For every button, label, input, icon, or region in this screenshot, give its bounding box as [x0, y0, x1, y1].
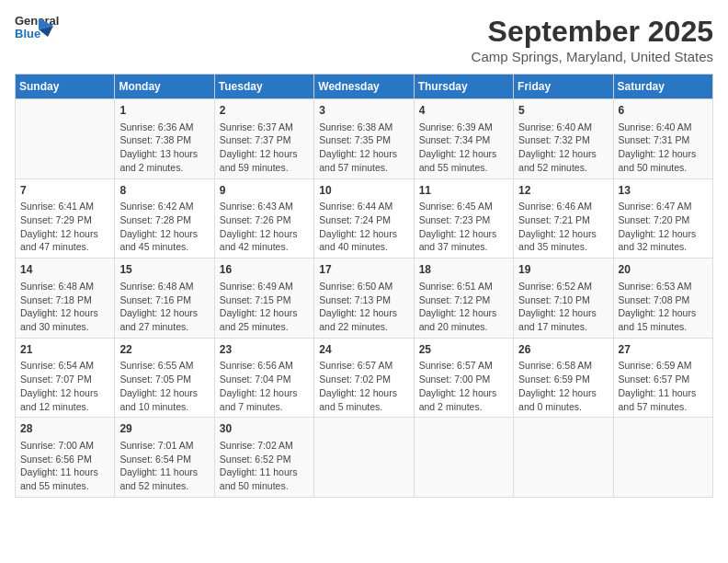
calendar-cell: 18Sunrise: 6:51 AMSunset: 7:12 PMDayligh… — [414, 259, 513, 339]
calendar-cell: 27Sunrise: 6:59 AMSunset: 6:57 PMDayligh… — [613, 338, 712, 418]
day-info-line: Sunrise: 6:44 AM — [319, 200, 408, 213]
calendar-cell — [16, 99, 115, 179]
day-info-line: and 55 minutes. — [20, 479, 109, 493]
calendar-cell: 16Sunrise: 6:49 AMSunset: 7:15 PMDayligh… — [214, 259, 313, 339]
calendar-cell: 15Sunrise: 6:48 AMSunset: 7:16 PMDayligh… — [115, 259, 214, 339]
day-info-line: Sunset: 7:20 PM — [619, 213, 708, 227]
calendar-cell: 20Sunrise: 6:53 AMSunset: 7:08 PMDayligh… — [613, 259, 712, 339]
day-number: 25 — [419, 342, 508, 358]
calendar-cell: 12Sunrise: 6:46 AMSunset: 7:21 PMDayligh… — [514, 178, 613, 259]
day-info-line: Sunrise: 6:59 AM — [619, 359, 708, 373]
day-info-line: Sunset: 7:12 PM — [419, 293, 508, 307]
day-info-line: Sunrise: 6:56 AM — [220, 359, 309, 373]
day-info-line: Daylight: 11 hours — [20, 465, 109, 479]
day-info-line: and 25 minutes. — [220, 320, 309, 334]
day-info-line: and 57 minutes. — [619, 400, 708, 414]
day-number: 14 — [20, 262, 109, 278]
calendar-cell: 22Sunrise: 6:55 AMSunset: 7:05 PMDayligh… — [115, 338, 214, 418]
day-info-line: Daylight: 12 hours — [319, 227, 408, 241]
day-info-line: Sunset: 7:24 PM — [319, 213, 408, 227]
day-info-line: and 12 minutes. — [20, 400, 109, 414]
page-subtitle: Camp Springs, Maryland, United States — [472, 49, 713, 64]
day-info-line: Daylight: 12 hours — [119, 306, 209, 320]
day-info-line: Sunset: 7:26 PM — [220, 213, 309, 227]
day-info-line: Sunrise: 7:00 AM — [20, 439, 109, 453]
day-info-line: Sunrise: 7:01 AM — [119, 439, 209, 453]
calendar-cell — [314, 418, 414, 498]
col-header-monday: Monday — [115, 75, 214, 99]
day-number: 11 — [419, 183, 508, 199]
day-info-line: and 47 minutes. — [20, 240, 109, 254]
day-number: 2 — [220, 103, 309, 119]
day-info-line: Daylight: 12 hours — [20, 386, 109, 400]
calendar-cell: 5Sunrise: 6:40 AMSunset: 7:32 PMDaylight… — [514, 99, 613, 179]
calendar-cell: 25Sunrise: 6:57 AMSunset: 7:00 PMDayligh… — [414, 338, 513, 418]
day-number: 9 — [220, 183, 309, 199]
day-info-line: Sunrise: 6:46 AM — [518, 200, 608, 213]
day-info-line: Sunrise: 6:40 AM — [619, 121, 708, 134]
day-info-line: Daylight: 12 hours — [419, 227, 508, 241]
day-info-line: Sunset: 7:15 PM — [220, 293, 309, 307]
day-info-line: Daylight: 12 hours — [20, 306, 109, 320]
day-info-line: Daylight: 12 hours — [518, 306, 608, 320]
calendar-cell: 3Sunrise: 6:38 AMSunset: 7:35 PMDaylight… — [314, 99, 414, 179]
day-info-line: Sunrise: 6:55 AM — [119, 359, 209, 373]
day-number: 29 — [119, 421, 209, 437]
logo-graphic: General Blue — [15, 15, 48, 48]
day-info-line: Sunrise: 6:38 AM — [319, 121, 408, 134]
day-info-line: Sunset: 7:04 PM — [220, 373, 309, 386]
day-number: 7 — [20, 183, 109, 199]
day-info-line: and 55 minutes. — [419, 161, 508, 175]
calendar-cell — [414, 418, 513, 498]
day-number: 27 — [619, 342, 708, 358]
day-info-line: Sunrise: 6:43 AM — [220, 200, 309, 213]
calendar-cell: 9Sunrise: 6:43 AMSunset: 7:26 PMDaylight… — [214, 178, 313, 259]
calendar-cell: 24Sunrise: 6:57 AMSunset: 7:02 PMDayligh… — [314, 338, 414, 418]
calendar-week-row: 1Sunrise: 6:36 AMSunset: 7:38 PMDaylight… — [16, 99, 713, 179]
day-number: 18 — [419, 262, 508, 278]
day-number: 26 — [518, 342, 608, 358]
day-info-line: Sunrise: 6:49 AM — [220, 280, 309, 293]
day-number: 21 — [20, 342, 109, 358]
day-info-line: Sunrise: 7:02 AM — [220, 439, 309, 453]
day-number: 28 — [20, 421, 109, 437]
calendar-week-row: 28Sunrise: 7:00 AMSunset: 6:56 PMDayligh… — [16, 418, 713, 498]
calendar-cell: 21Sunrise: 6:54 AMSunset: 7:07 PMDayligh… — [16, 338, 115, 418]
day-info-line: and 15 minutes. — [619, 320, 708, 334]
logo: General Blue — [15, 15, 48, 48]
day-info-line: Daylight: 12 hours — [319, 306, 408, 320]
day-number: 19 — [518, 262, 608, 278]
day-info-line: Daylight: 13 hours — [119, 147, 209, 161]
day-info-line: Daylight: 12 hours — [518, 147, 608, 161]
day-info-line: Sunset: 7:37 PM — [220, 133, 309, 147]
day-info-line: Sunrise: 6:57 AM — [419, 359, 508, 373]
day-number: 5 — [518, 103, 608, 119]
day-info-line: Daylight: 12 hours — [619, 147, 708, 161]
day-info-line: Sunset: 7:16 PM — [119, 293, 209, 307]
calendar-cell: 30Sunrise: 7:02 AMSunset: 6:52 PMDayligh… — [214, 418, 313, 498]
day-info-line: Sunset: 7:35 PM — [319, 133, 408, 147]
day-info-line: and 5 minutes. — [319, 400, 408, 414]
day-number: 15 — [119, 262, 209, 278]
day-info-line: and 10 minutes. — [119, 400, 209, 414]
calendar-week-row: 14Sunrise: 6:48 AMSunset: 7:18 PMDayligh… — [16, 259, 713, 339]
title-block: September 2025 Camp Springs, Maryland, U… — [472, 15, 713, 64]
day-number: 22 — [119, 342, 209, 358]
day-info-line: and 32 minutes. — [619, 240, 708, 254]
calendar-cell: 2Sunrise: 6:37 AMSunset: 7:37 PMDaylight… — [214, 99, 313, 179]
day-info-line: Sunset: 7:05 PM — [119, 373, 209, 386]
day-info-line: Sunset: 7:18 PM — [20, 293, 109, 307]
calendar-cell: 8Sunrise: 6:42 AMSunset: 7:28 PMDaylight… — [115, 178, 214, 259]
day-info-line: Sunrise: 6:57 AM — [319, 359, 408, 373]
day-info-line: and 59 minutes. — [220, 161, 309, 175]
day-number: 3 — [319, 103, 408, 119]
day-info-line: and 2 minutes. — [419, 400, 508, 414]
day-info-line: Sunrise: 6:36 AM — [119, 121, 209, 134]
day-info-line: Sunset: 6:52 PM — [220, 453, 309, 466]
col-header-friday: Friday — [514, 75, 613, 99]
day-info-line: Daylight: 12 hours — [419, 306, 508, 320]
day-info-line: Daylight: 12 hours — [619, 306, 708, 320]
day-info-line: Sunrise: 6:54 AM — [20, 359, 109, 373]
col-header-thursday: Thursday — [414, 75, 513, 99]
day-info-line: Sunrise: 6:52 AM — [518, 280, 608, 293]
